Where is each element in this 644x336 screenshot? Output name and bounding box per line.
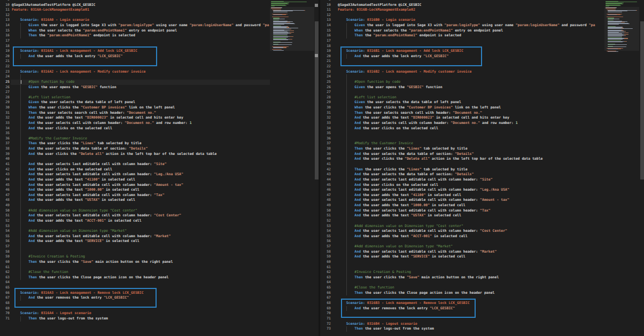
code-line[interactable]: 38 And the user selects the data table o… — [0, 146, 270, 152]
code-line[interactable]: 13 Scenario: 0316B0 - Login scenario — [320, 18, 604, 23]
code-line[interactable]: 43 And the user selects last editable ce… — [0, 172, 270, 177]
code-line[interactable]: 71 Then the user logs-out from the syste… — [0, 316, 270, 322]
code-line[interactable]: 31 Then the user selects search cell wit… — [0, 111, 270, 116]
code-line[interactable]: 11Feature: 0316B-LockManagmentExample02 — [320, 7, 604, 13]
code-line[interactable]: 16 Then the "param:endPointName1" endpoi… — [0, 33, 270, 38]
code-line[interactable]: 49 — [0, 203, 270, 208]
code-line[interactable]: 17 — [0, 38, 270, 44]
code-line[interactable]: 52 — [320, 218, 604, 224]
code-line[interactable]: 12 — [0, 13, 270, 18]
editor-pane-left[interactable]: 910@SageX3AutomatedTestPlatform @LCK_GES… — [0, 0, 319, 336]
code-line[interactable]: 10@SageX3AutomatedTestPlatform @LCK_GESB… — [320, 3, 604, 8]
code-line[interactable]: 32 And the user adds the text "DIR000023… — [0, 115, 270, 121]
code-line[interactable]: 53 — [0, 224, 270, 229]
code-line[interactable]: 46 And the user adds the text "1000.00" … — [0, 187, 270, 193]
code-line[interactable]: 72 Scenario: 0316B4 - Logout scenario — [320, 322, 604, 327]
code-line[interactable]: 62 #Invoice Creation & Posting — [320, 270, 604, 275]
code-line[interactable]: 39 And the user selects the data table o… — [320, 152, 604, 157]
minimap[interactable] — [604, 0, 639, 336]
code-line[interactable]: 45 And the user selects last editable ce… — [0, 183, 270, 188]
code-line[interactable]: 51 And the user selects last editable ce… — [0, 213, 270, 218]
code-line[interactable]: 32 And the user adds the text "DIR000023… — [320, 115, 604, 121]
code-line[interactable]: 57 — [0, 244, 270, 249]
code-line[interactable]: 64 — [320, 280, 604, 285]
code-line[interactable]: 26 Given the user opens the "GESBIC" fun… — [0, 85, 270, 90]
code-line[interactable]: 16 Then the "param:endPointName1" endpoi… — [320, 33, 604, 38]
code-line[interactable]: 59 #Invoice Creation & Posting — [0, 254, 270, 260]
code-line[interactable]: 33 And the user selects cell with column… — [320, 121, 604, 126]
code-line[interactable]: 28 #Left list selection — [0, 95, 270, 100]
code-line[interactable]: 66 Then the user clicks the Close page a… — [320, 291, 604, 296]
minimap[interactable] — [270, 0, 314, 336]
code-line[interactable]: 41 And the user selects last editable ce… — [0, 162, 270, 167]
code-line[interactable]: 64 — [0, 280, 270, 285]
code-line[interactable]: 15 When the user selects the "param:endP… — [320, 28, 604, 34]
code-line[interactable]: 48 And the user selects last editable ce… — [320, 198, 604, 203]
code-line[interactable]: 34 And the user clicks on the selected c… — [0, 126, 270, 131]
code-line[interactable]: 47 And the user selects last editable ce… — [0, 193, 270, 198]
code-line[interactable]: 58 — [0, 249, 270, 255]
code-line[interactable]: 30 When the user clicks the "Customer BP… — [0, 105, 270, 111]
code-line[interactable]: 29 Given the user selects the data table… — [320, 100, 604, 105]
code-line[interactable]: 47 And the user adds the text "41100" in… — [320, 193, 604, 198]
code-line[interactable]: 34 And the user clicks on the selected c… — [320, 126, 604, 131]
code-line[interactable]: 12 — [320, 13, 604, 18]
editor-pane-right[interactable]: 910@SageX3AutomatedTestPlatform @LCK_GES… — [320, 0, 644, 336]
code-line[interactable]: 14 Given the user is logged into Sage X3… — [0, 23, 270, 28]
code-line[interactable]: 17 — [320, 38, 604, 44]
code-line[interactable]: 44 And the user selects last editable ce… — [320, 177, 604, 183]
code-line[interactable]: 42 Then the user clicks the "Lines" tab … — [320, 167, 604, 173]
code-line[interactable]: 27 — [320, 90, 604, 95]
code-line[interactable]: 62 #Close the function — [0, 270, 270, 275]
code-line[interactable]: 54 And the user selects last editable ce… — [320, 229, 604, 234]
code-line[interactable]: 61 — [0, 265, 270, 270]
code-line[interactable]: 65 #Close the function — [320, 285, 604, 291]
vertical-scrollbar[interactable] — [315, 21, 319, 179]
code-line[interactable]: 63 Then the user clicks the "Save" main … — [320, 275, 604, 280]
code-line[interactable]: 35 — [0, 131, 270, 136]
code-line[interactable]: 60 — [320, 260, 604, 265]
code-line[interactable]: 39 And the user clicks the "Delete all" … — [0, 152, 270, 157]
code-line[interactable]: 43 And the user selects the data table o… — [320, 172, 604, 177]
code-line[interactable]: 50 And the user selects last editable ce… — [320, 208, 604, 214]
code-line[interactable]: 31 Then the user selects search cell wit… — [320, 111, 604, 116]
code-line[interactable]: 44 And the user adds the text "41100" in… — [0, 177, 270, 183]
code-line[interactable]: 24 — [320, 74, 604, 80]
code-line[interactable]: 52 And the user adds the text "ACCT-001"… — [0, 218, 270, 224]
code-line[interactable]: 11Feature: 0316A-LockManagmentExample01 — [0, 7, 270, 13]
code-line[interactable]: 40 And the user clicks the "Delete all" … — [320, 157, 604, 162]
code-line[interactable]: 61 — [320, 265, 604, 270]
code-line[interactable]: 30 When the user clicks the "Customer BP… — [320, 105, 604, 111]
code-line[interactable]: 70 Scenario: 0316A4 - Logout scenario — [0, 311, 270, 316]
code-line[interactable]: 36 — [320, 136, 604, 142]
code-line[interactable]: 10@SageX3AutomatedTestPlatform @LCK_GESB… — [0, 3, 270, 8]
code-line[interactable]: 37 #Modify the Customer Invoice — [320, 141, 604, 146]
code-line[interactable]: 15 When the user selects the "param:endP… — [0, 28, 270, 34]
minimap-viewport[interactable] — [270, 7, 314, 51]
code-line[interactable]: 35 — [320, 131, 604, 136]
code-line[interactable]: 54 #Add dimension value on Dimension typ… — [0, 229, 270, 234]
code-line[interactable]: 45 And the user clicks on the selected c… — [320, 183, 604, 188]
code-line[interactable]: 73 Then the user logs-out from the syste… — [320, 326, 604, 332]
code-line[interactable]: 36 #Modify the Customer Invoice — [0, 136, 270, 142]
code-line[interactable]: 40 — [0, 157, 270, 162]
code-line[interactable]: 58 And the user selects last editable ce… — [320, 249, 604, 255]
code-line[interactable]: 38 Then the user clicks the "Lines" tab … — [320, 146, 604, 152]
code-line[interactable]: 23 Scenario: 0316A2 - Lock management - … — [0, 69, 270, 75]
code-line[interactable]: 55 And the user adds the text "ACCT-001"… — [320, 234, 604, 239]
code-line[interactable]: 50 #Add dimension value on Dimension typ… — [0, 208, 270, 214]
minimap-viewport[interactable] — [604, 7, 639, 51]
code-line[interactable]: 51 And the user adds the text "USTAX" in… — [320, 213, 604, 218]
code-line[interactable]: 23 Scenario: 0316B2 - Lock management - … — [320, 69, 604, 75]
code-line[interactable]: 14 Given the user is logged into Sage X3… — [320, 23, 604, 28]
code-line[interactable]: 26 Given the user opens the "GESBIC" fun… — [320, 85, 604, 90]
code-line[interactable]: 55 And the user selects last editable ce… — [0, 234, 270, 239]
code-line[interactable]: 41 — [320, 162, 604, 167]
code-line[interactable]: 46 And the user selects last editable ce… — [320, 187, 604, 193]
code-line[interactable]: 48 And the user adds the text "USTAX" in… — [0, 198, 270, 203]
code-line[interactable]: 59 And the user adds the text "SERVICE" … — [320, 254, 604, 260]
code-line[interactable]: 29 Given the user selects the data table… — [0, 100, 270, 105]
code-line[interactable]: 25 #Open function by code — [320, 80, 604, 85]
code-line[interactable]: 24 — [0, 74, 270, 80]
code-line[interactable]: 25 #Open function by code — [0, 80, 270, 85]
